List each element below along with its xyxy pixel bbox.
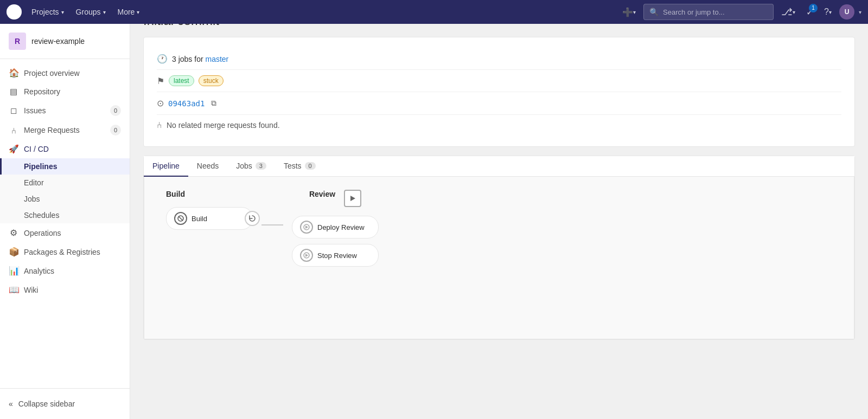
repository-icon: ▤ [9, 87, 18, 96]
subitem-label: Jobs [24, 195, 40, 203]
job-build[interactable]: Build [166, 207, 253, 230]
navbar-nav: Projects ▾ Groups ▾ More ▾ [26, 4, 615, 20]
merge-icon: ⑃ [157, 120, 162, 130]
jobs-row: 🕐 3 jobs for master [157, 48, 841, 70]
job-deploy-review[interactable]: Deploy Review [292, 216, 379, 238]
svg-line-1 [178, 216, 183, 221]
tab-tests[interactable]: Tests 0 [275, 156, 324, 177]
branch-link[interactable]: master [205, 55, 228, 63]
sidebar-item-project-overview[interactable]: 🏠 Project overview [0, 63, 130, 82]
sidebar-item-merge-requests[interactable]: ⑃ Merge Requests 0 [0, 120, 130, 140]
subitem-label: Editor [24, 178, 44, 187]
create-new-button[interactable]: ➕ ▾ [619, 5, 639, 20]
pipeline-graph: Build Build [144, 177, 854, 339]
sidebar-item-cicd[interactable]: 🚀 CI / CD [0, 140, 130, 158]
job-stop-review[interactable]: Stop Review [292, 244, 379, 267]
no-mr-text: No related merge requests found. [167, 121, 280, 130]
play-icon [349, 195, 356, 202]
sidebar-item-operations[interactable]: ⚙ Operations [0, 223, 130, 242]
tags-row: ⚑ latest stuck [157, 70, 841, 92]
help-icon: ? [824, 7, 829, 17]
code-review-icon: ⎇ [781, 6, 793, 18]
stage-build: Build Build [157, 190, 261, 230]
commit-row: ⊙ 09463ad1 ⧉ [157, 92, 841, 115]
pipeline-info-card: 🕐 3 jobs for master ⚑ latest stuck ⊙ 094… [143, 37, 855, 147]
main-content: Initial commit 🕐 3 jobs for master ⚑ lat… [130, 0, 868, 395]
sidebar-item-wiki[interactable]: 📖 Wiki [0, 280, 130, 299]
sidebar-item-label: Project overview [24, 69, 80, 78]
todo-badge: 1 [809, 4, 818, 12]
pipeline-tabs: Pipeline Needs Jobs 3 Tests 0 [144, 156, 854, 177]
clock-icon: 🕐 [157, 54, 168, 64]
flag-icon: ⚑ [157, 76, 164, 86]
navbar: Projects ▾ Groups ▾ More ▾ ➕ ▾ 🔍 Search … [0, 0, 868, 24]
sidebar-item-repository[interactable]: ▤ Repository [0, 82, 130, 101]
navbar-right: ➕ ▾ 🔍 Search or jump to... ⎇ ▾ ✓ 1 ? ▾ U… [619, 4, 861, 20]
nav-more[interactable]: More ▾ [112, 4, 145, 20]
latest-badge[interactable]: latest [169, 75, 194, 86]
nav-groups[interactable]: Groups ▾ [71, 4, 111, 20]
operations-icon: ⚙ [9, 228, 18, 238]
tab-pipeline[interactable]: Pipeline [144, 156, 188, 177]
project-header[interactable]: R review-example [0, 24, 130, 59]
sidebar-subitem-schedules[interactable]: Schedules [0, 207, 130, 223]
help-chevron-icon: ▾ [829, 9, 832, 15]
cancelled-icon [174, 212, 187, 225]
subitem-label: Schedules [24, 211, 59, 220]
retry-shape [248, 215, 256, 222]
commit-link[interactable]: 09463ad1 [168, 99, 205, 108]
skip-shape-2 [303, 252, 310, 259]
more-chevron-icon: ▾ [137, 9, 139, 15]
stage-play-button[interactable] [344, 190, 361, 207]
sidebar-item-label: CI / CD [24, 145, 49, 153]
connector-svg [261, 224, 283, 225]
search-icon: 🔍 [649, 8, 659, 16]
sidebar-item-analytics[interactable]: 📊 Analytics [0, 261, 130, 280]
gitlab-logo[interactable] [7, 4, 22, 20]
user-avatar[interactable]: U [839, 4, 854, 20]
sidebar-item-label: Issues [24, 106, 46, 115]
svg-marker-7 [305, 254, 308, 257]
sidebar-item-label: Merge Requests [24, 126, 80, 134]
todos-button[interactable]: ✓ 1 [803, 5, 816, 20]
stage-connector [261, 190, 283, 225]
connector-line [261, 224, 283, 225]
issues-count: 0 [110, 105, 121, 116]
sidebar-navigation: 🏠 Project overview ▤ Repository ◻ Issues… [0, 59, 130, 388]
sidebar-item-label: Wiki [24, 286, 38, 294]
groups-chevron-icon: ▾ [103, 9, 106, 15]
copy-commit-button[interactable]: ⧉ [209, 98, 219, 109]
cicd-icon: 🚀 [9, 144, 18, 154]
deploy-review-label: Deploy Review [317, 223, 365, 231]
search-bar[interactable]: 🔍 Search or jump to... [643, 4, 774, 20]
sidebar-subitem-jobs[interactable]: Jobs [0, 191, 130, 207]
projects-chevron-icon: ▾ [61, 9, 64, 15]
sidebar-item-label: Analytics [24, 267, 54, 275]
manual-icon-deploy [300, 221, 313, 234]
nav-projects[interactable]: Projects ▾ [26, 4, 69, 20]
retry-button[interactable] [245, 211, 260, 226]
code-review-button[interactable]: ⎇ ▾ [778, 4, 799, 20]
tab-needs[interactable]: Needs [188, 156, 227, 177]
build-job-label: Build [192, 215, 207, 223]
sidebar-item-label: Repository [24, 87, 60, 96]
help-button[interactable]: ? ▾ [821, 5, 835, 19]
tab-jobs[interactable]: Jobs 3 [227, 156, 275, 177]
no-mr-row: ⑃ No related merge requests found. [157, 115, 841, 136]
sidebar-item-packages[interactable]: 📦 Packages & Registries [0, 242, 130, 261]
packages-icon: 📦 [9, 247, 18, 257]
pipeline-tabs-section: Pipeline Needs Jobs 3 Tests 0 Build [143, 156, 855, 340]
cicd-subnav: Pipelines Editor Jobs Schedules [0, 158, 130, 223]
jobs-text: 3 jobs for master [172, 55, 228, 63]
stuck-badge[interactable]: stuck [199, 75, 224, 86]
commit-icon: ⊙ [157, 98, 164, 108]
plus-icon: ➕ [622, 7, 633, 17]
code-review-chevron-icon: ▾ [793, 9, 795, 15]
project-name: review-example [31, 37, 85, 46]
home-icon: 🏠 [9, 68, 18, 78]
sidebar-subitem-editor[interactable]: Editor [0, 175, 130, 191]
subitem-label: Pipelines [24, 162, 57, 171]
stage-review-label: Review [309, 190, 335, 198]
sidebar-subitem-pipelines[interactable]: Pipelines [0, 158, 130, 175]
sidebar-item-issues[interactable]: ◻ Issues 0 [0, 101, 130, 120]
